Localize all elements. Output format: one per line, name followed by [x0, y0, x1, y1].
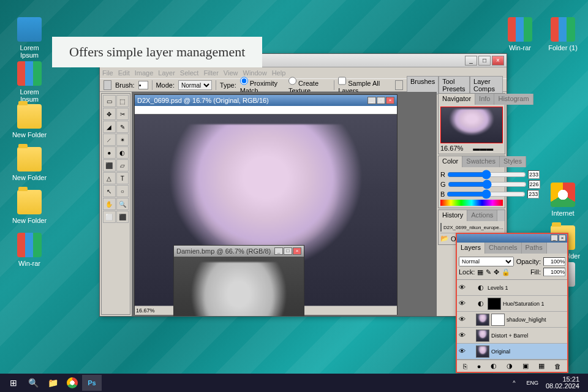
tool-18[interactable]: ⬜	[103, 211, 116, 223]
visibility-icon[interactable]: 👁	[458, 300, 466, 308]
new-layer-icon[interactable]: ▦	[538, 362, 545, 370]
desktop-icon-internet[interactable]: Internet	[545, 183, 581, 217]
doc-close-icon[interactable]: ×	[293, 247, 301, 255]
tab-history[interactable]: History	[439, 210, 467, 221]
lock-transparency-icon[interactable]: ▦	[477, 268, 483, 276]
document-canvas[interactable]	[174, 257, 304, 316]
tray-chevron-icon[interactable]: ^	[504, 375, 524, 391]
desktop-icon-lorem-ipsum[interactable]: Lorem Ipsum	[11, 17, 48, 59]
layer-mask-icon[interactable]: ◐	[491, 362, 497, 370]
visibility-icon[interactable]: 👁	[458, 315, 466, 324]
document-title[interactable]: Damien.bmp @ 66.7% (RGB/8) _ □ ×	[174, 246, 304, 257]
menu-layer[interactable]: Layer	[158, 69, 175, 77]
visibility-icon[interactable]: 👁	[458, 331, 466, 340]
tab-actions[interactable]: Actions	[467, 210, 497, 221]
layer-shadow_higlight[interactable]: 👁shadow_higlight	[457, 312, 567, 328]
tab-navigator[interactable]: Navigator	[439, 94, 475, 105]
menu-select[interactable]: Select	[180, 69, 199, 77]
close-icon[interactable]: ×	[559, 235, 566, 241]
layer-levels-1[interactable]: 👁◐Levels 1	[457, 280, 567, 296]
tool-19[interactable]: ⬛	[116, 211, 129, 223]
color-ramp[interactable]	[440, 200, 503, 206]
blend-mode-select[interactable]: Normal	[459, 257, 514, 266]
desktop-icon-win-rar[interactable]: Win-rar	[502, 17, 538, 51]
menu-view[interactable]: View	[224, 69, 238, 77]
minimize-icon[interactable]: _	[551, 235, 558, 241]
doc-minimize-icon[interactable]: _	[274, 247, 283, 255]
r-slider[interactable]	[447, 172, 526, 177]
new-group-icon[interactable]: ▣	[522, 362, 529, 370]
history-snapshot-thumb[interactable]	[440, 223, 442, 232]
document-title[interactable]: D2X_0699.psd @ 16.7% (Original, RGB/16) …	[135, 95, 397, 106]
search-button[interactable]: 🔍	[23, 375, 43, 391]
tool-5[interactable]: ✎	[116, 121, 129, 133]
desktop-icon-win-rar[interactable]: Win-rar	[11, 233, 48, 267]
menu-edit[interactable]: Edit	[118, 69, 130, 77]
lock-pixels-icon[interactable]: ✎	[486, 268, 491, 276]
tool-14[interactable]: ↖	[103, 185, 116, 197]
layer-mask[interactable]	[488, 298, 501, 310]
layer-style-icon[interactable]: ●	[477, 363, 481, 370]
tab-styles[interactable]: Styles	[500, 156, 526, 167]
tool-9[interactable]: ◐	[116, 146, 129, 159]
tab-paths[interactable]: Paths	[522, 243, 547, 254]
document-window-secondary[interactable]: Damien.bmp @ 66.7% (RGB/8) _ □ × 66.67%	[173, 245, 304, 316]
minimize-button[interactable]: _	[465, 56, 477, 66]
maximize-button[interactable]: □	[478, 56, 491, 66]
tool-12[interactable]: △	[103, 172, 116, 184]
layer-hue-saturation-1[interactable]: 👁◐Hue/Saturation 1	[457, 296, 567, 312]
tool-0[interactable]: ▭	[103, 95, 116, 107]
lock-all-icon[interactable]: 🔒	[502, 268, 510, 276]
lock-position-icon[interactable]: ✥	[494, 268, 499, 276]
visibility-icon[interactable]: 👁	[458, 347, 466, 356]
tool-11[interactable]: ▱	[116, 159, 129, 172]
explorer-taskbar-icon[interactable]: 📁	[43, 375, 62, 391]
tool-8[interactable]: ●	[103, 146, 116, 159]
tool-15[interactable]: ○	[116, 185, 129, 197]
doc-minimize-icon[interactable]: _	[368, 97, 376, 104]
link-layers-icon[interactable]: ⎘	[463, 363, 467, 370]
tool-6[interactable]: ⟋	[103, 134, 116, 146]
tool-4[interactable]: ◢	[103, 121, 116, 133]
palette-toggle-icon[interactable]	[395, 80, 403, 90]
tool-17[interactable]: 🔍	[116, 198, 129, 210]
tool-13[interactable]: T	[116, 172, 129, 184]
menu-filter[interactable]: Filter	[203, 69, 218, 77]
delete-layer-icon[interactable]: 🗑	[554, 363, 561, 370]
b-slider[interactable]	[447, 192, 526, 197]
chrome-taskbar-icon[interactable]	[62, 375, 82, 391]
tab-layers[interactable]: Layers	[457, 243, 485, 254]
layer-original[interactable]: 👁Original	[457, 344, 567, 360]
fill-input[interactable]	[543, 268, 565, 276]
layer-distort-barrel[interactable]: 👁Distort + Barrel	[457, 328, 567, 344]
tool-2[interactable]: ✥	[103, 108, 116, 120]
tab-swatches[interactable]: Swatches	[462, 156, 500, 167]
close-button[interactable]: ×	[492, 56, 504, 66]
layer-mask[interactable]	[491, 314, 505, 326]
desktop-icon-new-folder[interactable]: New Folder	[11, 104, 48, 138]
tab-color[interactable]: Color	[439, 156, 462, 167]
r-value[interactable]: 233	[528, 170, 540, 179]
tool-10[interactable]: ⬛	[103, 159, 116, 172]
tool-16[interactable]: ✋	[103, 198, 116, 210]
start-button[interactable]: ⊞	[4, 375, 23, 391]
menu-image[interactable]: Image	[135, 69, 154, 77]
visibility-icon[interactable]: 👁	[458, 284, 466, 292]
opacity-input[interactable]	[543, 257, 565, 266]
tab-info[interactable]: Info	[475, 94, 494, 105]
desktop-icon-lorem-ipsum[interactable]: Lorem Ipsum	[11, 61, 48, 103]
menu-file[interactable]: File	[102, 69, 113, 77]
navigator-thumb[interactable]	[440, 107, 503, 143]
clock[interactable]: 15:21 08.02.2024	[541, 376, 584, 390]
desktop-icon-new-folder[interactable]: New Folder	[11, 190, 48, 224]
adjustment-layer-icon[interactable]: ◑	[507, 362, 513, 370]
desktop-icon-folder-(1)[interactable]: Folder (1)	[545, 17, 581, 51]
desktop-icon-new-folder[interactable]: New Folder	[11, 147, 48, 181]
layers-panel-titlebar[interactable]: _×	[457, 234, 567, 243]
doc-maximize-icon[interactable]: □	[377, 97, 385, 104]
tool-1[interactable]: ⬚	[116, 95, 129, 107]
doc-maximize-icon[interactable]: □	[284, 247, 292, 255]
language-indicator[interactable]: ENG	[524, 375, 541, 391]
g-value[interactable]: 226	[529, 180, 540, 189]
photoshop-taskbar-icon[interactable]: Ps	[82, 375, 102, 391]
